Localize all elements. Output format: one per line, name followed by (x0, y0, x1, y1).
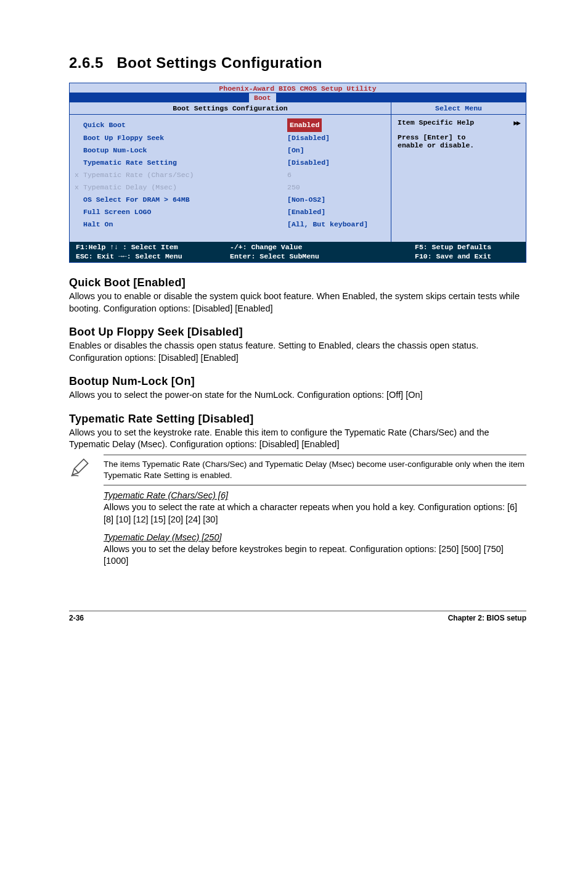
bios-screenshot: Phoenix-Award BIOS CMOS Setup Utility Bo… (69, 83, 526, 263)
body-text: Allows you to enable or disable the syst… (69, 291, 526, 315)
bios-value: [On] (287, 144, 386, 157)
note-callout: The items Typematic Rate (Chars/Sec) and… (69, 455, 526, 485)
indent-title: Typematic Rate (Chars/Sec) [6] (104, 490, 526, 500)
sub-heading: Typematic Rate Setting [Disabled] (69, 413, 526, 426)
bios-settings-list: Quick Boot Enabled Boot Up Floppy Seek [… (70, 115, 391, 242)
body-text: Enables or disables the chassis open sta… (69, 340, 526, 364)
bios-left-title: Boot Settings Configuration (70, 102, 391, 115)
svg-line-0 (75, 469, 79, 473)
bios-marker: x (75, 181, 83, 194)
bios-footer-col2: -/+: Change Value Enter: Select SubMenu (230, 242, 415, 261)
bios-footer-text: Enter: Select SubMenu (230, 252, 415, 261)
bios-help: Item Specific Help ▶▶ Press [Enter] to e… (391, 115, 526, 153)
bios-label: OS Select For DRAM > 64MB (83, 194, 287, 206)
sub-heading: Bootup Num-Lock [On] (69, 375, 526, 388)
bios-tab-boot: Boot (248, 93, 277, 102)
bios-label: Full Screen LOGO (83, 206, 287, 218)
bios-row: Bootup Num-Lock [On] (75, 144, 386, 157)
bios-value: Enabled (287, 118, 386, 132)
bios-tabbar: Boot (70, 93, 526, 102)
bios-left-pane: Boot Settings Configuration Quick Boot E… (70, 102, 391, 242)
body-text: Allows you to set the keystroke rate. En… (69, 427, 526, 451)
bios-row: x Typematic Rate (Chars/Sec) 6 (75, 169, 386, 181)
bios-right-title: Select Menu (391, 102, 526, 115)
bios-help-arrows-icon: ▶▶ (513, 118, 520, 127)
bios-label: Quick Boot (83, 119, 287, 131)
section-heading: 2.6.5 Boot Settings Configuration (69, 54, 526, 72)
bios-value: [Enabled] (287, 206, 386, 218)
bios-footer-text: -/+: Change Value (230, 242, 415, 252)
bios-label: Typematic Delay (Msec) (83, 181, 287, 194)
indent-block: Typematic Rate (Chars/Sec) [6] Allows yo… (104, 490, 526, 567)
bios-row: x Typematic Delay (Msec) 250 (75, 181, 386, 194)
bios-label: Typematic Rate (Chars/Sec) (83, 169, 287, 181)
sub-heading: Quick Boot [Enabled] (69, 276, 526, 289)
sub-heading: Boot Up Floppy Seek [Disabled] (69, 326, 526, 339)
bios-help-title: Item Specific Help ▶▶ (398, 118, 520, 127)
bios-help-line: Press [Enter] to (398, 133, 520, 141)
bios-value: [All, But keyboard] (287, 218, 386, 231)
pencil-icon (69, 457, 90, 478)
bios-label: Typematic Rate Setting (83, 157, 287, 169)
bios-label: Boot Up Floppy Seek (83, 132, 287, 144)
bios-row: Full Screen LOGO [Enabled] (75, 206, 386, 218)
bios-value: 6 (287, 169, 386, 181)
bios-label: Halt On (83, 218, 287, 231)
page-number: 2-36 (69, 614, 84, 622)
body-text: Allows you to select the power-on state … (69, 389, 526, 402)
section-number: 2.6.5 (69, 54, 104, 71)
chapter-label: Chapter 2: BIOS setup (448, 614, 526, 622)
bios-footer-col1: F1:Help ↑↓ : Select Item ESC: Exit →←: S… (76, 242, 230, 261)
bios-value: [Disabled] (287, 157, 386, 169)
bios-footer-text: F10: Save and Exit (415, 252, 520, 261)
bios-footer-text: F5: Setup Defaults (415, 242, 520, 252)
section-title: Boot Settings Configuration (116, 54, 322, 71)
bios-footer-text: F1:Help ↑↓ : Select Item (76, 242, 230, 252)
bios-help-title-text: Item Specific Help (398, 118, 474, 127)
bios-footer: F1:Help ↑↓ : Select Item ESC: Exit →←: S… (70, 242, 526, 262)
bios-right-pane: Select Menu Item Specific Help ▶▶ Press … (391, 102, 526, 242)
indent-title: Typematic Delay (Msec) [250] (104, 532, 526, 542)
bios-marker: x (75, 169, 83, 181)
indent-body: Allows you to set the delay before keyst… (104, 543, 526, 567)
bios-help-line: enable or disable. (398, 141, 520, 149)
bios-footer-col3: F5: Setup Defaults F10: Save and Exit (415, 242, 520, 261)
indent-body: Allows you to select the rate at which a… (104, 501, 526, 526)
bios-row: Quick Boot Enabled (75, 118, 386, 132)
note-text: The items Typematic Rate (Chars/Sec) and… (104, 455, 526, 485)
bios-row: Boot Up Floppy Seek [Disabled] (75, 132, 386, 144)
page-footer: 2-36 Chapter 2: BIOS setup (69, 611, 526, 635)
bios-value: 250 (287, 181, 386, 194)
bios-titlebar: Phoenix-Award BIOS CMOS Setup Utility (70, 83, 526, 93)
bios-value: [Non-OS2] (287, 194, 386, 206)
bios-row: OS Select For DRAM > 64MB [Non-OS2] (75, 194, 386, 206)
bios-value-highlight: Enabled (287, 118, 322, 132)
bios-row: Halt On [All, But keyboard] (75, 218, 386, 231)
bios-footer-text: ESC: Exit →←: Select Menu (76, 252, 230, 261)
bios-row: Typematic Rate Setting [Disabled] (75, 157, 386, 169)
bios-label: Bootup Num-Lock (83, 144, 287, 157)
bios-value: [Disabled] (287, 132, 386, 144)
